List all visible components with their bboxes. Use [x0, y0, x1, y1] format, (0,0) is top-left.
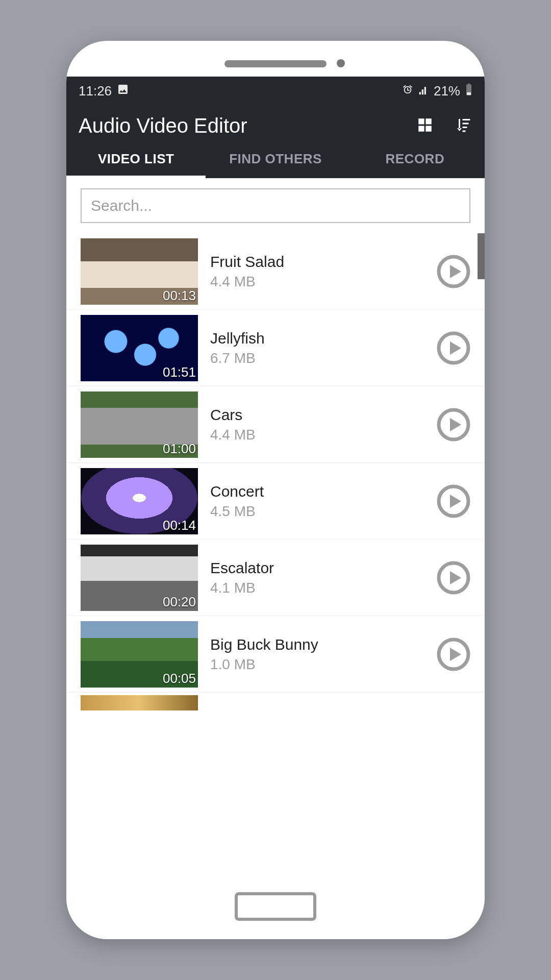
device-frame: 11:26 21% Audio Video Editor: [66, 41, 485, 939]
status-time: 11:26: [79, 83, 112, 99]
play-button[interactable]: [437, 255, 470, 288]
play-button[interactable]: [437, 331, 470, 365]
thumbnail[interactable]: 00:05: [81, 621, 198, 688]
video-duration: 00:13: [163, 288, 196, 304]
video-size: 4.5 MB: [210, 503, 424, 520]
video-size: 1.0 MB: [210, 656, 424, 673]
tab-video-list[interactable]: VIDEO LIST: [66, 142, 206, 178]
video-item[interactable]: 00:14Concert4.5 MB: [66, 463, 485, 540]
video-meta: Jellyfish6.7 MB: [210, 330, 424, 366]
image-icon: [117, 83, 129, 99]
video-meta: Escalator4.1 MB: [210, 559, 424, 596]
header-actions: [416, 116, 472, 136]
tab-record[interactable]: RECORD: [345, 142, 485, 178]
video-meta: Cars4.4 MB: [210, 406, 424, 443]
scrollbar-thumb[interactable]: [478, 233, 485, 279]
sort-button[interactable]: [454, 116, 472, 136]
thumbnail: [81, 695, 198, 710]
video-item[interactable]: 00:13Fruit Salad4.4 MB: [66, 233, 485, 310]
video-size: 4.4 MB: [210, 427, 424, 443]
tab-find-others[interactable]: FIND OTHERS: [206, 142, 345, 178]
alarm-icon: [402, 83, 413, 99]
video-title: Big Buck Bunny: [210, 636, 424, 653]
tab-label: FIND OTHERS: [229, 151, 322, 167]
tab-label: VIDEO LIST: [98, 151, 174, 167]
thumbnail[interactable]: 00:13: [81, 238, 198, 305]
video-size: 4.1 MB: [210, 580, 424, 596]
thumbnail[interactable]: 00:20: [81, 545, 198, 611]
device-camera: [337, 59, 345, 67]
video-title: Concert: [210, 483, 424, 500]
thumbnail[interactable]: 01:51: [81, 315, 198, 381]
video-title: Escalator: [210, 559, 424, 577]
play-button[interactable]: [437, 408, 470, 442]
video-duration: 00:05: [163, 671, 196, 687]
video-item[interactable]: 00:05Big Buck Bunny1.0 MB: [66, 616, 485, 693]
tabs: VIDEO LIST FIND OTHERS RECORD: [66, 142, 485, 178]
device-home-button[interactable]: [235, 892, 316, 921]
video-meta: Big Buck Bunny1.0 MB: [210, 636, 424, 673]
app-header: Audio Video Editor: [66, 105, 485, 142]
video-item[interactable]: 01:00Cars4.4 MB: [66, 386, 485, 463]
play-button[interactable]: [437, 638, 470, 671]
video-duration: 00:20: [163, 594, 196, 610]
video-title: Jellyfish: [210, 330, 424, 347]
video-size: 6.7 MB: [210, 350, 424, 366]
video-meta: Fruit Salad4.4 MB: [210, 253, 424, 290]
play-button[interactable]: [437, 484, 470, 518]
video-list[interactable]: 00:13Fruit Salad4.4 MB01:51Jellyfish6.7 …: [66, 233, 485, 883]
video-item-partial[interactable]: [66, 693, 485, 713]
video-title: Cars: [210, 406, 424, 424]
status-right: 21%: [402, 83, 472, 99]
video-duration: 01:00: [163, 441, 196, 457]
thumbnail[interactable]: 00:14: [81, 468, 198, 534]
signal-icon: [418, 83, 429, 99]
video-size: 4.4 MB: [210, 274, 424, 290]
video-title: Fruit Salad: [210, 253, 424, 271]
grid-view-button[interactable]: [416, 116, 434, 136]
status-bar: 11:26 21%: [66, 77, 485, 105]
video-item[interactable]: 01:51Jellyfish6.7 MB: [66, 310, 485, 386]
search-container: [66, 178, 485, 233]
search-input[interactable]: [81, 188, 470, 223]
play-button[interactable]: [437, 561, 470, 595]
video-duration: 01:51: [163, 364, 196, 380]
battery-percent: 21%: [434, 83, 460, 99]
battery-icon: [465, 83, 472, 99]
device-speaker: [224, 60, 327, 67]
svg-rect-0: [467, 92, 471, 95]
app-title: Audio Video Editor: [79, 114, 247, 137]
tab-label: RECORD: [385, 151, 444, 167]
video-meta: Concert4.5 MB: [210, 483, 424, 520]
video-duration: 00:14: [163, 518, 196, 533]
status-left: 11:26: [79, 83, 129, 99]
screen: 11:26 21% Audio Video Editor: [66, 77, 485, 883]
video-item[interactable]: 00:20Escalator4.1 MB: [66, 540, 485, 616]
thumbnail[interactable]: 01:00: [81, 391, 198, 458]
